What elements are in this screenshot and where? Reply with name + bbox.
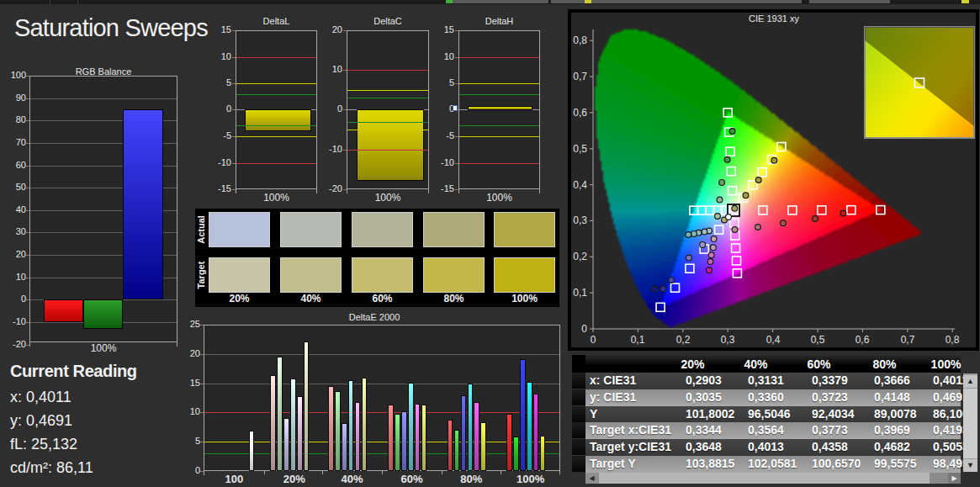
svg-text:0,7: 0,7 — [901, 334, 915, 346]
svg-text:0,3: 0,3 — [721, 334, 735, 346]
svg-text:0,5: 0,5 — [811, 334, 825, 346]
svg-text:0,6: 0,6 — [573, 107, 587, 119]
svg-text:0,5: 0,5 — [573, 143, 587, 155]
svg-text:0,4: 0,4 — [573, 179, 587, 191]
svg-text:CIE 1931 xy: CIE 1931 xy — [749, 13, 799, 24]
svg-text:0,4: 0,4 — [766, 334, 781, 346]
svg-text:0,2: 0,2 — [676, 334, 691, 346]
svg-text:0,8: 0,8 — [573, 34, 587, 46]
svg-text:0,1: 0,1 — [631, 334, 645, 346]
svg-text:0: 0 — [581, 323, 587, 335]
svg-text:0: 0 — [591, 334, 596, 346]
svg-text:0,6: 0,6 — [856, 334, 870, 346]
svg-text:0,1: 0,1 — [573, 287, 587, 299]
svg-text:0,3: 0,3 — [573, 214, 587, 226]
svg-text:0,2: 0,2 — [573, 251, 587, 262]
svg-text:0,8: 0,8 — [946, 334, 960, 346]
svg-text:0,7: 0,7 — [573, 71, 587, 82]
